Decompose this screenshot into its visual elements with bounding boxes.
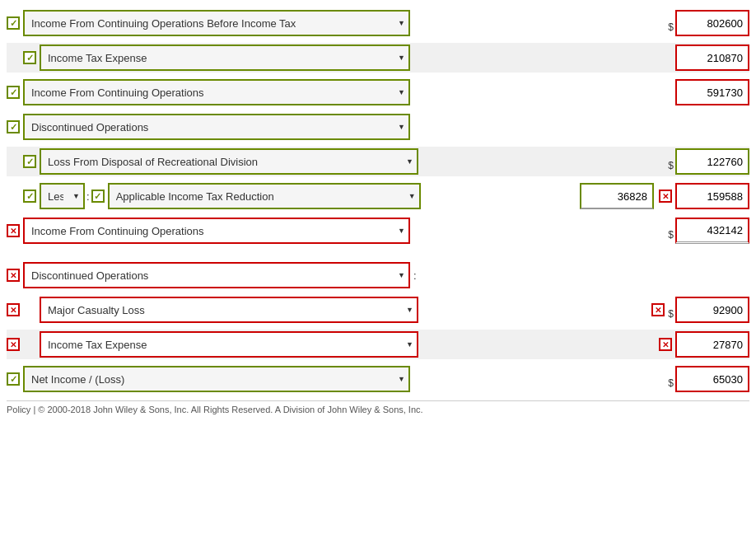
value-area-row1: $ (668, 10, 749, 36)
input-row11[interactable] (675, 366, 749, 392)
dollar-row9: $ (668, 308, 674, 320)
value-area-row3 (675, 79, 749, 105)
select-wrapper-row3: Income From Continuing Operations (23, 79, 410, 105)
checkbox-row6-red[interactable] (659, 190, 672, 203)
dollar-row5: $ (668, 160, 674, 171)
select-wrapper-row1: Income From Continuing Operations Before… (23, 10, 410, 36)
checkbox-row7[interactable] (7, 224, 20, 237)
checkbox-row4[interactable] (7, 120, 20, 133)
row-7: Income From Continuing Operations $ (7, 216, 749, 246)
select-wrapper-row4: Discontinued Operations (23, 114, 410, 140)
value-area-row5: $ (668, 148, 749, 175)
select-wrapper-row8: Discontinued Operations (23, 262, 410, 288)
row-9: Major Casualty Loss $ (7, 295, 749, 325)
input-row7[interactable] (675, 218, 749, 244)
row-10: Income Tax Expense (7, 330, 749, 359)
footer: Policy | © 2000-2018 John Wiley & Sons, … (7, 400, 749, 414)
row-6: Less : Applicable Income Tax Reduction (7, 181, 749, 211)
select-row3[interactable]: Income From Continuing Operations (23, 79, 410, 105)
value-area-row7: $ (668, 218, 749, 244)
select-row7[interactable]: Income From Continuing Operations (23, 218, 410, 244)
select-row4[interactable]: Discontinued Operations (23, 114, 410, 140)
select-wrapper-row9: Major Casualty Loss (40, 297, 418, 323)
divider-1 (7, 250, 749, 260)
value-area-row6 (580, 183, 749, 209)
input-row2[interactable] (675, 44, 749, 71)
select-row5[interactable]: Loss From Disposal of Recreational Divis… (40, 148, 418, 175)
row-5: Loss From Disposal of Recreational Divis… (7, 147, 749, 176)
select-wrapper-row5: Loss From Disposal of Recreational Divis… (40, 148, 418, 175)
select-row9[interactable]: Major Casualty Loss (40, 297, 418, 323)
input-row1[interactable] (675, 10, 749, 36)
checkbox-row5[interactable] (23, 155, 36, 168)
value-area-row10 (659, 331, 749, 358)
row-8: Discontinued Operations : (7, 260, 749, 290)
value-area-row11: $ (668, 366, 749, 392)
row-11: Net Income / (Loss) $ (7, 364, 749, 394)
footer-text: Policy | © 2000-2018 John Wiley & Sons, … (7, 405, 423, 414)
input-row6-second[interactable] (675, 183, 749, 209)
checkbox-row1[interactable] (7, 16, 20, 30)
select-row10[interactable]: Income Tax Expense (40, 331, 418, 358)
value-area-row2 (675, 44, 749, 71)
select-wrapper-row6: Applicable Income Tax Reduction (108, 183, 421, 209)
select-wrapper-less: Less (40, 183, 85, 209)
checkbox-row10[interactable] (7, 338, 20, 351)
select-wrapper-row11: Net Income / (Loss) (23, 366, 410, 392)
dollar-row1: $ (668, 21, 674, 33)
checkbox-row11[interactable] (7, 372, 20, 386)
checkbox-row6-right[interactable] (91, 190, 105, 203)
checkbox-row3[interactable] (7, 86, 20, 99)
value-area-row9: $ (651, 297, 749, 323)
checkbox-row2[interactable] (23, 51, 36, 64)
select-row1[interactable]: Income From Continuing Operations Before… (23, 10, 410, 36)
input-row5[interactable] (675, 148, 749, 175)
row-4: Discontinued Operations (7, 112, 749, 142)
select-row8[interactable]: Discontinued Operations (23, 262, 410, 288)
checkbox-row8[interactable] (7, 269, 20, 282)
select-wrapper-row10: Income Tax Expense (40, 331, 418, 358)
select-row2[interactable]: Income Tax Expense (40, 44, 410, 71)
input-row6-first[interactable] (580, 183, 654, 209)
input-row9[interactable] (675, 297, 749, 323)
input-row3[interactable] (675, 79, 749, 105)
checkbox-row6-left[interactable] (23, 190, 36, 203)
checkbox-row9[interactable] (7, 303, 20, 316)
select-row11[interactable]: Net Income / (Loss) (23, 366, 410, 392)
select-row6[interactable]: Applicable Income Tax Reduction (108, 183, 421, 209)
select-less[interactable]: Less (40, 183, 85, 209)
dollar-row11: $ (668, 377, 674, 389)
dollar-row7: $ (668, 229, 674, 241)
colon-row8: : (413, 269, 417, 282)
checkbox-row10-right[interactable] (659, 338, 672, 351)
row-1: Income From Continuing Operations Before… (7, 8, 749, 38)
select-wrapper-row2: Income Tax Expense (40, 44, 410, 71)
row-2: Income Tax Expense (7, 43, 749, 73)
main-container: Income From Continuing Operations Before… (0, 0, 756, 423)
row-3: Income From Continuing Operations (7, 77, 749, 107)
input-row10[interactable] (675, 331, 749, 358)
select-wrapper-row7: Income From Continuing Operations (23, 218, 410, 244)
checkbox-row9-right[interactable] (651, 303, 665, 316)
colon-row6: : (86, 190, 90, 203)
